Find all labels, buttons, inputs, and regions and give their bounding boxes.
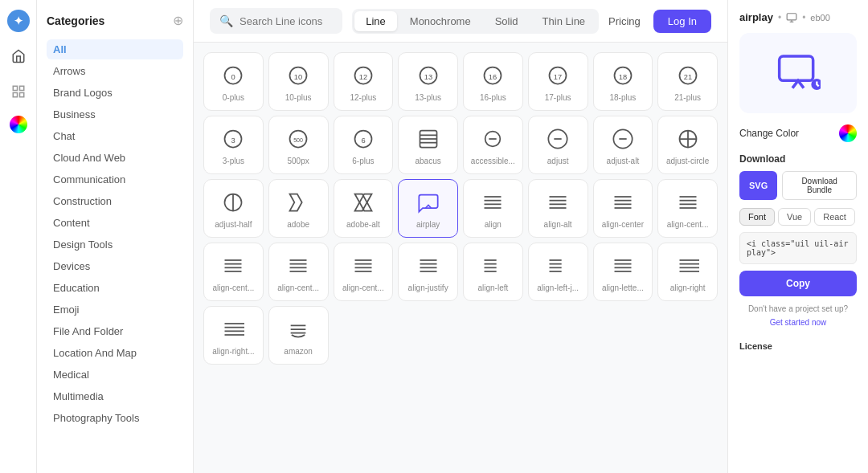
category-item-communication[interactable]: Communication: [47, 169, 183, 190]
category-item-brand-logos[interactable]: Brand Logos: [47, 83, 183, 103]
icon-cell-align-alt[interactable]: align-alt: [528, 179, 588, 238]
align-justify-icon: [417, 255, 440, 277]
align-icon: [481, 191, 504, 214]
icon-cell-align-cent...[interactable]: align-cent...: [203, 243, 264, 301]
icon-label: align-center: [600, 220, 646, 229]
icon-cell-align-right[interactable]: align-right: [657, 243, 718, 301]
category-item-cloud-and-web[interactable]: Cloud And Web: [47, 148, 183, 168]
preview-icon: [776, 51, 821, 96]
categories-panel: Categories ⊕ AllArrowsBrand LogosBusines…: [37, 0, 194, 473]
icon-label: adobe: [276, 220, 321, 229]
icon-cell-amazon[interactable]: amazon: [268, 306, 329, 365]
icon-cell-adjust-half[interactable]: adjust-half: [203, 179, 264, 238]
icon-cell-12-plus[interactable]: 1212-plus: [334, 52, 394, 111]
icon-cell-adjust-circle[interactable]: adjust-circle: [657, 116, 718, 174]
icon-label: align-cent...: [665, 220, 710, 229]
color-picker[interactable]: [839, 124, 857, 142]
icon-cell-6-plus[interactable]: 66-plus: [334, 116, 394, 174]
svg-rect-0: [13, 86, 17, 90]
category-item-medical[interactable]: Medical: [47, 365, 183, 385]
icon-cell-align-left-j...[interactable]: align-left-j...: [528, 243, 588, 301]
icon-cell-adjust-alt[interactable]: adjust-alt: [593, 116, 653, 174]
icon-cell-21-plus[interactable]: 2121-plus: [657, 52, 718, 111]
sidebar-home-icon[interactable]: [7, 45, 30, 67]
icon-cell-adjust[interactable]: adjust: [528, 116, 588, 174]
code-tab-react[interactable]: React: [814, 208, 855, 226]
svg-text:21: 21: [683, 73, 691, 81]
svg-rect-2: [13, 93, 17, 97]
icon-label: align-justify: [405, 283, 451, 292]
icon-cell-0-plus[interactable]: 00-plus: [203, 52, 264, 111]
icon-label: align-right...: [211, 347, 256, 356]
icon-cell-align-cent...[interactable]: align-cent...: [657, 179, 718, 238]
style-tab-thin-line[interactable]: Thin Line: [531, 11, 596, 31]
icon-cell-align-right...[interactable]: align-right...: [203, 306, 264, 365]
align-cent...-icon: [222, 255, 244, 277]
category-item-construction[interactable]: Construction: [47, 191, 183, 211]
icon-cell-align[interactable]: align: [463, 179, 523, 238]
icon-cell-align-left[interactable]: align-left: [463, 243, 523, 301]
icon-cell-align-center[interactable]: align-center: [593, 179, 653, 238]
bundle-download-button[interactable]: Download Bundle: [782, 171, 857, 200]
align-left-j...-icon: [547, 255, 569, 277]
category-item-file-and-folder[interactable]: File And Folder: [47, 321, 183, 341]
style-tab-monochrome[interactable]: Monochrome: [399, 11, 482, 31]
icon-cell-adobe-alt[interactable]: adobe-alt: [334, 179, 394, 238]
sidebar-color-dot[interactable]: [10, 116, 27, 133]
icon-cell-18-plus[interactable]: 1818-plus: [593, 52, 653, 111]
svg-rect-88: [787, 13, 796, 19]
sep-dot2: •: [802, 12, 805, 23]
left-sidebar: ✦: [0, 0, 37, 473]
category-item-education[interactable]: Education: [47, 278, 183, 298]
svg-download-button[interactable]: SVG: [739, 171, 777, 200]
category-item-chat[interactable]: Chat: [47, 126, 183, 146]
icon-label: 0-plus: [211, 93, 256, 102]
style-tab-line[interactable]: Line: [354, 11, 397, 31]
icon-cell-16-plus[interactable]: 1616-plus: [463, 52, 523, 111]
icon-cell-align-justify[interactable]: align-justify: [398, 243, 458, 301]
category-item-arrows[interactable]: Arrows: [47, 61, 183, 81]
icon-cell-airplay[interactable]: airplay: [398, 179, 458, 238]
category-item-location-and-map[interactable]: Location And Map: [47, 343, 183, 363]
icon-cell-align-lette...[interactable]: align-lette...: [593, 243, 653, 301]
pricing-link[interactable]: Pricing: [608, 15, 641, 27]
13-plus-icon: 13: [417, 64, 440, 87]
category-item-emoji[interactable]: Emoji: [47, 300, 183, 320]
icon-label: abacus: [405, 157, 451, 165]
icon-label: align-lette...: [600, 283, 646, 292]
icon-label: 6-plus: [341, 157, 387, 165]
category-item-business[interactable]: Business: [47, 104, 183, 124]
style-tab-solid[interactable]: Solid: [484, 11, 530, 31]
code-tab-vue[interactable]: Vue: [778, 208, 811, 226]
category-item-photography-tools[interactable]: Photography Tools: [47, 408, 183, 428]
category-item-content[interactable]: Content: [47, 213, 183, 233]
category-item-devices[interactable]: Devices: [47, 256, 183, 276]
icon-cell-10-plus[interactable]: 1010-plus: [268, 52, 329, 111]
category-item-all[interactable]: All: [47, 39, 183, 59]
code-tab-font[interactable]: Font: [739, 208, 775, 226]
icon-cell-3-plus[interactable]: 33-plus: [203, 116, 264, 174]
icon-cell-17-plus[interactable]: 1717-plus: [528, 52, 588, 111]
icon-cell-accessible...[interactable]: accessible...: [463, 116, 523, 174]
icon-label: 18-plus: [600, 93, 646, 102]
icon-cell-13-plus[interactable]: 1313-plus: [398, 52, 458, 111]
get-started-link[interactable]: Get started now: [739, 318, 857, 327]
login-button[interactable]: Log In: [653, 10, 711, 33]
search-input[interactable]: [240, 15, 333, 27]
svg-text:12: 12: [359, 73, 367, 81]
icon-cell-abacus[interactable]: abacus: [398, 116, 458, 174]
icon-label: align-left-j...: [535, 283, 581, 292]
monitor-icon: [786, 12, 797, 23]
icon-cell-align-cent...[interactable]: align-cent...: [334, 243, 394, 301]
app-logo[interactable]: ✦: [7, 10, 30, 32]
icon-cell-500px[interactable]: 500500px: [268, 116, 329, 174]
categories-settings-icon[interactable]: ⊕: [173, 13, 183, 28]
icon-label: adjust-circle: [665, 157, 710, 165]
icon-cell-align-cent...[interactable]: align-cent...: [268, 243, 329, 301]
copy-button[interactable]: Copy: [739, 271, 857, 296]
icon-cell-adobe[interactable]: adobe: [268, 179, 329, 238]
sidebar-grid-icon[interactable]: [7, 80, 30, 103]
category-item-multimedia[interactable]: Multimedia: [47, 386, 183, 406]
category-item-design-tools[interactable]: Design Tools: [47, 234, 183, 255]
0-plus-icon: 0: [222, 64, 244, 87]
